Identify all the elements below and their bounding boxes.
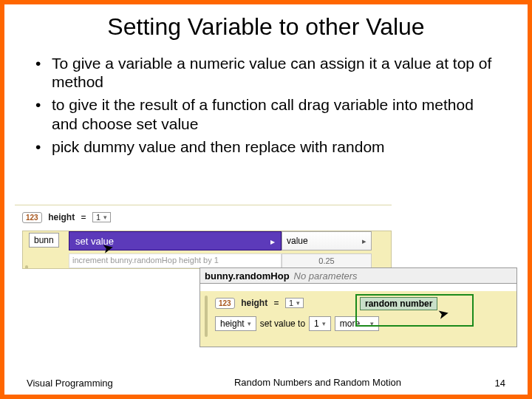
method-body: bunn set value ▸ ➤ value ▸ increment bun… xyxy=(22,231,392,269)
chevron-down-icon: ▾ xyxy=(296,299,300,307)
header-stripe xyxy=(200,284,517,291)
editor-snippet-right: bunny.randomHop No parameters 123 height… xyxy=(200,267,517,347)
block-bar xyxy=(205,296,208,337)
hidden-row: increment bunny.randomHop height by 1 xyxy=(69,253,282,268)
submenu-value[interactable]: value ▸ xyxy=(282,231,372,250)
number-option[interactable]: 0.25 xyxy=(282,253,372,268)
bullet-item: pick dummy value and then replace with r… xyxy=(31,137,501,156)
height-tile[interactable]: height▾ xyxy=(215,316,256,331)
editor-top-strip xyxy=(15,197,392,205)
bullet-item: to give it the result of a function call… xyxy=(31,95,501,132)
editor-snippet-left: 123 height = 1▾ bunn set value ▸ ➤ value… xyxy=(15,197,392,270)
variable-name: height xyxy=(241,298,267,308)
screenshots-area: 123 height = 1▾ bunn set value ▸ ➤ value… xyxy=(15,197,517,352)
chevron-down-icon: ▾ xyxy=(322,320,326,327)
slide-frame: Setting Variable to other Value To give … xyxy=(0,0,532,399)
footer-left: Visual Programming xyxy=(27,378,174,389)
submenu-arrow-icon: ▸ xyxy=(362,236,366,246)
menu-item-label: set value xyxy=(75,236,114,247)
variable-name: height xyxy=(48,212,75,222)
equals-sign: = xyxy=(274,298,279,308)
bullet-item: To give a variable a numeric value can a… xyxy=(31,54,501,91)
variable-declaration-row: 123 height = 1▾ xyxy=(22,210,111,226)
random-number-tile[interactable]: random number xyxy=(360,297,437,310)
footer-center: Random Numbers and Random Motion xyxy=(174,378,461,389)
variable-declaration-row: 123 height = 1▾ xyxy=(215,296,304,309)
set-value-text: set value to xyxy=(260,318,305,329)
method-params: No parameters xyxy=(294,270,358,282)
chevron-down-icon: ▾ xyxy=(248,320,251,327)
set-value-row: height▾ set value to 1▾ more...▾ xyxy=(215,316,379,331)
method-body: 123 height = 1▾ height▾ set value to 1▾ … xyxy=(200,291,517,347)
context-menu-set-value[interactable]: set value ▸ xyxy=(69,231,282,250)
method-header: bunny.randomHop No parameters xyxy=(200,267,517,284)
type-badge-123: 123 xyxy=(22,212,42,223)
value-dropdown[interactable]: 1▾ xyxy=(285,298,304,308)
submenu-label: value xyxy=(287,236,308,246)
method-name: bunny.randomHop xyxy=(205,270,290,282)
page-number: 14 xyxy=(461,378,505,389)
chevron-down-icon: ▾ xyxy=(103,214,107,221)
type-badge-123: 123 xyxy=(215,298,235,309)
value-dropdown[interactable]: 1▾ xyxy=(92,212,111,222)
equals-sign: = xyxy=(81,212,86,222)
bullet-list: To give a variable a numeric value can a… xyxy=(31,54,501,156)
bunny-tile-partial[interactable]: bunn xyxy=(29,233,59,248)
value-one-tile[interactable]: 1▾ xyxy=(309,316,331,331)
slide-footer: Visual Programming Random Numbers and Ra… xyxy=(4,378,528,389)
block-bar xyxy=(25,265,28,269)
slide-title: Setting Variable to other Value xyxy=(4,13,528,41)
submenu-arrow-icon: ▸ xyxy=(270,236,275,247)
